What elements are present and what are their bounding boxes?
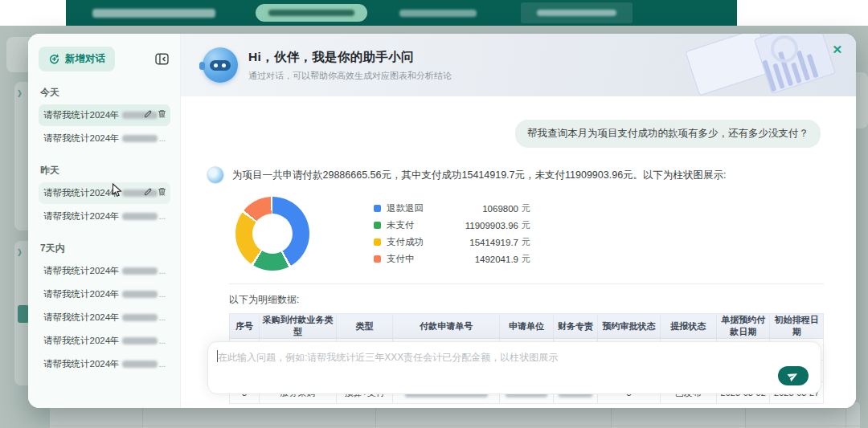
- legend-value: 11909903.96: [435, 221, 518, 230]
- conversation-groups: 今天请帮我统计2024年...请帮我统计2024年...昨天请帮我统计2024年…: [39, 86, 170, 375]
- redacted-text: [122, 314, 158, 321]
- bot-message-avatar: [207, 166, 224, 184]
- conversation-item-text: 请帮我统计2024年: [43, 109, 120, 121]
- redacted-text: [122, 291, 158, 298]
- conversation-item-text: 请帮我统计2024年: [43, 312, 120, 324]
- redacted-text: [122, 213, 158, 220]
- assistant-main: Hi，伙伴，我是你的助手小问 通过对话，可以帮助你高效生成对应图表和分析结论 ✕…: [181, 34, 856, 408]
- conversation-item-text: 请帮我统计2024年: [43, 265, 120, 277]
- conversation-item-text: 请帮我统计2024年: [43, 187, 120, 199]
- legend-label: 未支付: [387, 219, 435, 231]
- ellipsis: ...: [159, 313, 166, 322]
- conversation-item[interactable]: 请帮我统计2024年...: [39, 330, 170, 352]
- legend-item: 未支付11909903.96元: [374, 217, 530, 234]
- legend-unit: 元: [522, 253, 530, 265]
- table-header-cell: 类型: [337, 314, 393, 339]
- legend-value: 1492041.9: [435, 255, 518, 264]
- bot-reply-text: 为项目一共申请付款29886665.56元，其中支付成功15414919.7元，…: [232, 168, 727, 183]
- table-header-cell: 申请单位: [500, 314, 554, 339]
- assistant-header-text: Hi，伙伴，我是你的助手小问 通过对话，可以帮助你高效生成对应图表和分析结论: [248, 49, 452, 82]
- conversation-item[interactable]: 请帮我统计2024年...: [39, 128, 170, 149]
- item-actions: [144, 109, 166, 118]
- delete-icon[interactable]: [158, 109, 166, 118]
- top-navbar: [66, 0, 737, 26]
- edit-icon[interactable]: [144, 187, 153, 196]
- paper-plane-icon: [786, 369, 801, 384]
- assistant-dialog: 新增对话 今天请帮我统计2024年...请帮我统计2024年...昨天请帮我统计…: [28, 34, 856, 408]
- legend-item: 支付中1492041.9元: [374, 251, 530, 267]
- composer: [207, 341, 821, 394]
- bg-button: [18, 305, 29, 323]
- conversation-sidebar: 新增对话 今天请帮我统计2024年...请帮我统计2024年...昨天请帮我统计…: [28, 34, 181, 408]
- donut-hole: [252, 214, 293, 254]
- screen: 》 》: [0, 0, 868, 428]
- new-chat-button[interactable]: 新增对话: [39, 47, 115, 71]
- ellipsis: ...: [159, 212, 166, 221]
- conversation-item[interactable]: 请帮我统计2024年...: [39, 260, 170, 282]
- legend-value: 15414919.7: [435, 238, 518, 247]
- redacted-text: [122, 267, 158, 275]
- assistant-title: Hi，伙伴，我是你的助手小问: [248, 49, 452, 66]
- collapse-sidebar-button[interactable]: [154, 51, 170, 67]
- redacted-text: [122, 361, 158, 368]
- conversation-item[interactable]: 请帮我统计2024年...: [39, 353, 170, 375]
- legend-item: 退款退回1069800元: [374, 200, 530, 217]
- new-chat-label: 新增对话: [65, 52, 105, 66]
- conversation-item[interactable]: 请帮我统计2024年...: [39, 283, 170, 305]
- group-label: 7天内: [40, 242, 169, 255]
- detail-data-label: 以下为明细数据:: [229, 293, 856, 307]
- group-label: 昨天: [40, 164, 169, 177]
- table-header-cell: 采购到付款业务类型: [259, 314, 336, 339]
- legend-marker: [374, 222, 381, 229]
- user-message: 帮我查询本月为项目支付成功的款项有多少，还有多少没支付？: [515, 120, 821, 148]
- platform-title-redacted: [92, 9, 215, 18]
- ellipsis: ...: [159, 134, 166, 143]
- legend-item: 支付成功15414919.7元: [374, 234, 530, 251]
- conversation-item-text: 请帮我统计2024年: [43, 358, 120, 370]
- edit-icon[interactable]: [144, 109, 153, 118]
- conversation-item[interactable]: 请帮我统计2024年...: [39, 307, 170, 328]
- redacted-text: [122, 337, 158, 344]
- close-button[interactable]: ✕: [832, 43, 842, 57]
- legend-value: 1069800: [435, 204, 518, 214]
- new-chat-icon: [48, 53, 60, 65]
- send-button[interactable]: [778, 366, 809, 385]
- conversation-item[interactable]: 请帮我统计2024年...: [39, 206, 170, 227]
- donut-chart: [235, 197, 309, 271]
- bg-chevrons: 》: [18, 88, 26, 100]
- table-header-cell: 初始排程日期: [770, 314, 824, 339]
- ellipsis: ...: [159, 336, 166, 345]
- conversation-item-text: 请帮我统计2024年: [43, 210, 120, 222]
- chat-body: 帮我查询本月为项目支付成功的款项有多少，还有多少没支付？ 为项目一共申请付款29…: [181, 96, 856, 408]
- nav-tab[interactable]: [399, 10, 477, 17]
- table-header-cell: 财务专责: [553, 314, 597, 339]
- assistant-header: Hi，伙伴，我是你的助手小问 通过对话，可以帮助你高效生成对应图表和分析结论 ✕: [181, 34, 856, 96]
- question-input[interactable]: [218, 349, 732, 366]
- table-header-cell: 序号: [230, 314, 260, 339]
- nav-tab-label-redacted: [268, 10, 354, 16]
- conversation-item-text: 请帮我统计2024年: [43, 288, 120, 300]
- delete-icon[interactable]: [158, 187, 166, 196]
- legend-marker: [374, 255, 381, 263]
- group-label: 今天: [40, 86, 169, 100]
- legend-marker: [374, 205, 381, 212]
- collapse-sidebar-icon: [155, 53, 169, 65]
- chart-legend: 退款退回1069800元未支付11909903.96元支付成功15414919.…: [374, 200, 530, 267]
- ellipsis: ...: [159, 360, 166, 369]
- conversation-item[interactable]: 请帮我统计2024年...: [39, 104, 170, 126]
- divider: [229, 283, 824, 284]
- nav-tab-active[interactable]: [256, 4, 367, 22]
- ellipsis: ...: [159, 290, 166, 299]
- conversation-item-text: 请帮我统计2024年: [43, 132, 120, 145]
- nav-tab-highlighted[interactable]: [521, 2, 633, 23]
- table-header-cell: 单据预约付款日期: [716, 314, 770, 339]
- conversation-item[interactable]: 请帮我统计2024年...: [39, 182, 170, 204]
- ellipsis: ...: [159, 267, 166, 275]
- bg-chevrons: 》: [18, 247, 26, 259]
- payment-status-chart: 退款退回1069800元未支付11909903.96元支付成功15414919.…: [181, 184, 856, 271]
- nav-tab-label-redacted: [537, 10, 616, 16]
- assistant-subtitle: 通过对话，可以帮助你高效生成对应图表和分析结论: [248, 70, 452, 82]
- conversation-item-text: 请帮我统计2024年: [43, 335, 120, 347]
- legend-unit: 元: [522, 236, 530, 248]
- table-header-cell: 付款申请单号: [393, 314, 500, 339]
